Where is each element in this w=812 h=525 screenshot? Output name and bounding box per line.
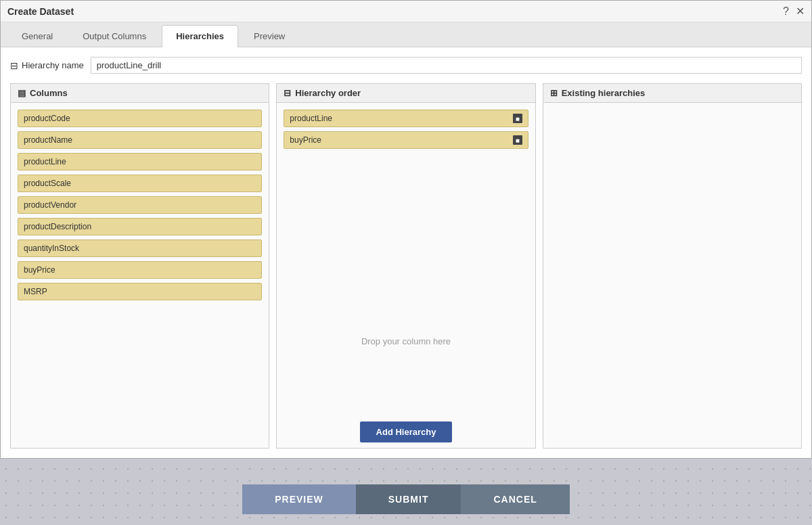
hierarchy-item-label: productLine [290,114,332,123]
hierarchy-name-input[interactable] [91,57,802,74]
column-item[interactable]: productDescription [18,218,262,235]
existing-icon: ⊞ [550,88,558,98]
hierarchy-order-icon: ⊟ [284,88,291,98]
columns-area: ▤ Columns productCodeproductNameproductL… [10,83,802,449]
tab-output-columns[interactable]: Output Columns [68,25,160,47]
column-item[interactable]: productCode [18,110,262,127]
footer-buttons: PREVIEW SUBMIT CANCEL [0,474,812,525]
tab-general[interactable]: General [7,25,67,47]
hierarchy-order-item[interactable]: buyPrice■ [284,131,528,149]
existing-hierarchies-header: ⊞ Existing hierarchies [543,84,801,103]
column-item[interactable]: productLine [18,153,262,170]
hierarchy-icon: ⊟ [10,60,18,71]
remove-item-button[interactable]: ■ [513,135,522,145]
columns-icon: ▤ [18,88,26,98]
submit-button[interactable]: SUBMIT [356,484,461,514]
cancel-button[interactable]: CANCEL [461,484,569,514]
drop-zone: Drop your column here [277,267,535,417]
column-item[interactable]: buyPrice [18,261,262,279]
columns-panel-body: productCodeproductNameproductLineproduct… [11,103,269,448]
hierarchy-order-item[interactable]: productLine■ [284,110,528,127]
column-item[interactable]: MSRP [18,283,262,300]
dialog-wrapper: Create Dataset ? ✕ General Output Column… [0,0,812,525]
create-dataset-dialog: Create Dataset ? ✕ General Output Column… [0,0,812,459]
column-item[interactable]: productName [18,131,262,149]
hierarchy-order-body: productLine■buyPrice■ [277,103,535,267]
dialog-content: ⊟ Hierarchy name ▤ Columns productCodepr… [1,47,811,458]
columns-panel-header: ▤ Columns [11,84,269,103]
tabs-bar: General Output Columns Hierarchies Previ… [1,22,811,47]
hierarchy-order-header: ⊟ Hierarchy order [277,84,535,103]
existing-hierarchies-body [543,103,801,448]
tab-preview[interactable]: Preview [240,25,299,47]
add-hierarchy-button[interactable]: Add Hierarchy [360,421,453,442]
column-item[interactable]: productScale [18,175,262,192]
help-icon[interactable]: ? [783,5,789,18]
columns-panel: ▤ Columns productCodeproductNameproductL… [10,83,269,449]
dialog-titlebar: Create Dataset ? ✕ [1,1,811,22]
existing-hierarchies-panel: ⊞ Existing hierarchies [543,83,802,449]
column-item[interactable]: quantityInStock [18,239,262,257]
hierarchy-name-row: ⊟ Hierarchy name [10,57,802,74]
hierarchy-item-label: buyPrice [290,135,321,145]
hierarchy-order-panel: ⊟ Hierarchy order productLine■buyPrice■ … [276,83,535,449]
tab-hierarchies[interactable]: Hierarchies [162,25,238,47]
dialog-title: Create Dataset [7,6,74,17]
close-icon[interactable]: ✕ [796,5,805,18]
hierarchy-name-label: ⊟ Hierarchy name [10,60,84,71]
column-item[interactable]: productVendor [18,196,262,214]
remove-item-button[interactable]: ■ [513,114,522,123]
titlebar-icons: ? ✕ [783,5,805,18]
preview-button[interactable]: PREVIEW [242,484,356,514]
